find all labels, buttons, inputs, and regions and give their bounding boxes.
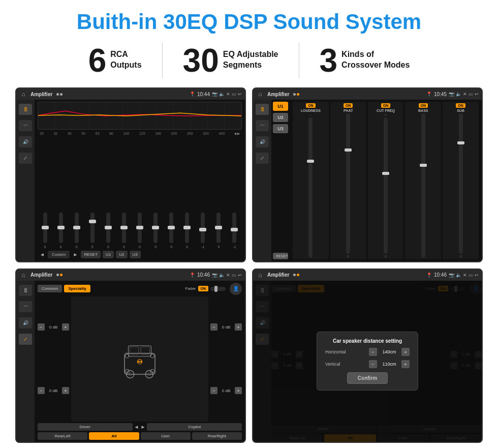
next-preset-button[interactable]: ► — [72, 251, 79, 258]
vert-track-bass[interactable] — [421, 113, 425, 257]
eq-slider-track-10[interactable] — [201, 213, 205, 243]
eq-slider-track-5[interactable] — [122, 213, 126, 243]
db-plus-tl[interactable]: + — [62, 323, 69, 331]
status-bar-detail: ⌂ Amplifier 📍 10:45 📷 🔈 ✕ ▭ ↩ — [253, 88, 482, 100]
u3-preset-button[interactable]: U3 — [273, 124, 288, 133]
db-value-bl: 0 dB — [46, 389, 60, 393]
freq-label-extras: ▶▶ — [235, 132, 240, 136]
arrow-left-button[interactable]: ◄ — [134, 424, 139, 430]
freq-label-7: 125 — [139, 132, 145, 136]
u1-preset-button[interactable]: U1 — [273, 102, 288, 111]
sidebar-tune-icon-2[interactable]: 🎛 — [256, 104, 269, 115]
eq-slider-track-11[interactable] — [216, 213, 221, 243]
eq-slider-val-1: 0 — [60, 245, 62, 249]
home-icon-3: ⌂ — [19, 271, 27, 279]
reset-preset-button[interactable]: RESET — [273, 253, 288, 259]
horizontal-increment-button[interactable]: + — [401, 348, 410, 356]
eq-slider-thumb-0 — [42, 226, 49, 229]
vertical-decrement-button[interactable]: − — [369, 360, 377, 368]
eq-slider-track-9[interactable] — [185, 213, 189, 243]
db-plus-br[interactable]: + — [235, 387, 242, 394]
vertical-increment-button[interactable]: + — [401, 360, 410, 368]
sidebar-speaker-icon-3[interactable]: 🔊 — [19, 317, 32, 328]
sidebar-tune-icon[interactable]: 🎛 — [19, 104, 32, 115]
eq-slider-track-4[interactable] — [106, 213, 110, 243]
fader-slider[interactable] — [210, 287, 226, 291]
status-dots-crossover — [56, 274, 63, 276]
stat-number-crossover: 3 — [320, 44, 338, 77]
dialog-horizontal-row: Horizontal − 140cm + — [325, 348, 410, 356]
crossover-top-row: Common Specialty Fader ON 👤 — [38, 283, 242, 295]
left-sidebar-detail: 🎛 〰 🔊 ⤢ — [253, 100, 271, 261]
eq-slider-track-1[interactable] — [59, 213, 63, 243]
sidebar-wave-icon-2[interactable]: 〰 — [256, 120, 269, 131]
db-minus-bl[interactable]: − — [38, 387, 45, 394]
eq-slider-track-6[interactable] — [138, 213, 142, 243]
all-button[interactable]: All — [89, 432, 139, 440]
common-tab-button[interactable]: Common — [38, 285, 62, 292]
status-bar-crossover: ⌂ Amplifier 📍 10:46 📷 🔈 ✕ ▭ ↩ — [16, 270, 245, 281]
u3-button[interactable]: U3 — [130, 251, 141, 258]
fader-on-toggle[interactable]: ON — [198, 286, 209, 291]
freq-label-10: 250 — [187, 132, 193, 136]
car-diagram — [71, 296, 208, 422]
eq-slider-track-3[interactable] — [90, 213, 95, 243]
minus-icon-4: ▭ — [469, 273, 473, 278]
confirm-button[interactable]: Confirm — [347, 372, 388, 384]
vert-track-cutfreq[interactable] — [384, 117, 388, 253]
freq-label-0: 25 — [40, 132, 44, 136]
sidebar-wave-icon-3[interactable]: 〰 — [19, 301, 32, 312]
user-button[interactable]: User — [141, 432, 191, 440]
sidebar-wave-icon[interactable]: 〰 — [19, 120, 32, 131]
db-plus-bl[interactable]: + — [62, 387, 69, 394]
status-title-eq: Amplifier — [30, 92, 52, 97]
prev-preset-button[interactable]: ◄ — [39, 251, 46, 258]
vert-track-loudness[interactable] — [308, 117, 313, 257]
vertical-value: 110cm — [379, 362, 399, 367]
vert-thumb-phat — [345, 148, 352, 152]
sidebar-expand-icon-2[interactable]: ⤢ — [256, 153, 269, 164]
eq-slider-thumb-2 — [73, 226, 80, 229]
eq-slider-track-7[interactable] — [153, 213, 158, 243]
u1-button[interactable]: U1 — [103, 251, 114, 258]
db-minus-tl[interactable]: − — [38, 323, 45, 331]
db-plus-tr[interactable]: + — [235, 323, 242, 331]
sidebar-speaker-icon[interactable]: 🔊 — [19, 136, 32, 147]
preset-column: U1 U2 U3 RESET — [271, 100, 290, 261]
sidebar-expand-icon[interactable]: ⤢ — [19, 153, 32, 164]
freq-label-4: 63 — [96, 132, 100, 136]
status-title-dialog: Amplifier — [267, 272, 289, 278]
sidebar-expand-icon-3[interactable]: ⤢ — [19, 334, 32, 345]
eq-slider-track-0[interactable] — [43, 213, 47, 243]
db-minus-tr[interactable]: − — [210, 323, 217, 331]
copilot-button[interactable]: Copilot — [147, 423, 242, 431]
freq-label-2: 40 — [68, 132, 72, 136]
u2-preset-button[interactable]: U2 — [273, 113, 288, 122]
cutfreq-slider: F G — [384, 113, 388, 257]
rearleft-button[interactable]: RearLeft — [38, 432, 87, 440]
stat-eq: 30 EQ Adjustable Segments — [163, 44, 299, 77]
arrow-right-button[interactable]: ► — [141, 424, 146, 430]
rearright-button[interactable]: RearRight — [192, 432, 242, 440]
eq-slider-track-8[interactable] — [169, 213, 173, 243]
sidebar-speaker-icon-2[interactable]: 🔊 — [256, 136, 269, 147]
vert-track-phat[interactable] — [346, 113, 350, 253]
vert-thumb-cutfreq — [382, 172, 389, 175]
back-icon: ↩ — [238, 92, 242, 97]
horizontal-decrement-button[interactable]: − — [369, 348, 377, 356]
scale-g-sub: G — [459, 255, 462, 258]
home-icon-2: ⌂ — [256, 90, 264, 98]
driver-button[interactable]: Driver — [38, 423, 133, 431]
specialty-tab-button[interactable]: Specialty — [64, 285, 90, 292]
db-minus-br[interactable]: − — [210, 387, 217, 394]
reset-button[interactable]: RESET — [81, 251, 101, 258]
eq-slider-track-2[interactable] — [75, 213, 79, 243]
screen-eq-panel: ⌂ Amplifier 📍 10:44 📷 🔈 ✕ ▭ ↩ — [15, 87, 246, 262]
location-icon-4: 📍 — [426, 273, 432, 278]
vert-track-sub[interactable] — [459, 113, 463, 253]
sidebar-tune-icon-3[interactable]: 🎛 — [19, 285, 32, 296]
eq-slider-track-12[interactable] — [232, 213, 236, 243]
dialog-vertical-label: Vertical — [325, 362, 366, 367]
loudness-slider: ~ — [308, 113, 313, 257]
u2-button[interactable]: U2 — [116, 251, 127, 258]
